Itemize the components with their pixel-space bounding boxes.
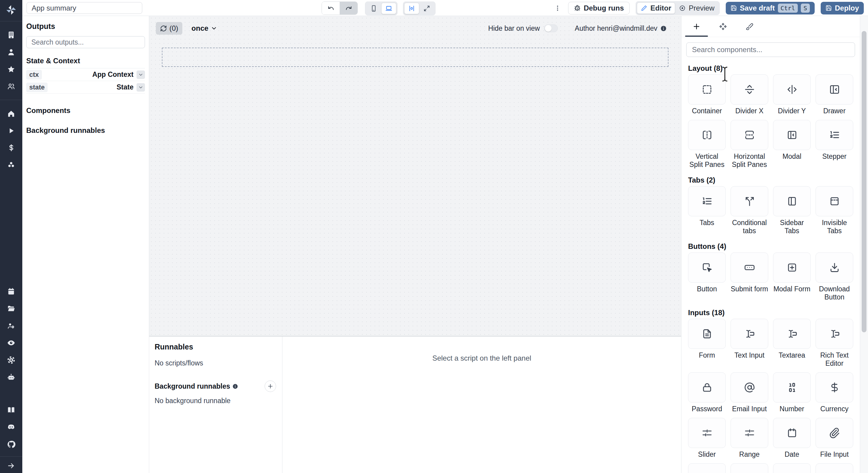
component-card-password[interactable]: Password [688,372,726,413]
ai-icon[interactable] [0,369,22,386]
container-icon [701,84,713,95]
component-card-partial[interactable] [731,463,768,473]
component-card-divider-x[interactable]: Divider X [731,74,768,115]
hide-bar-toggle[interactable] [544,24,558,32]
component-card-date[interactable]: Date [773,418,811,459]
app-canvas[interactable]: (0) once Hide bar on view Author henri@w… [149,16,681,336]
component-card-textarea[interactable]: Textarea [773,319,811,368]
collapse-icon[interactable] [0,459,22,473]
empty-drop-zone[interactable] [162,48,669,67]
editor-tab[interactable]: Editor [637,2,675,14]
component-card-container[interactable]: Container [688,74,726,115]
output-value: App Context [92,70,133,78]
favorites-icon[interactable] [0,61,22,78]
component-card-submit-form[interactable]: Submit form [731,252,768,301]
search-outputs-input[interactable] [26,36,145,48]
component-card-partial[interactable] [773,463,811,473]
resources-icon[interactable] [0,156,22,174]
redo-button[interactable] [340,2,358,14]
component-card-divider-y[interactable]: Divider Y [773,74,811,115]
button-icon [701,262,713,273]
range-icon [744,427,755,439]
component-card-sidebar-tabs[interactable]: Sidebar Tabs [773,186,811,235]
expand-row-button[interactable] [136,70,145,79]
components-scrollbar-track[interactable] [860,16,868,473]
no-background-text: No background runnable [155,397,276,405]
toggle-knob [545,25,552,32]
debug-runs-button[interactable]: Debug runs [568,2,629,14]
component-card-horizontal-split[interactable]: Horizontal Split Panes [731,120,768,169]
user-icon[interactable] [0,43,22,61]
preview-tab[interactable]: Preview [675,2,718,14]
groups-icon[interactable] [0,78,22,95]
component-card-invisible-tabs[interactable]: Invisible Tabs [815,186,853,235]
pencil-icon [641,5,647,11]
refresh-button[interactable]: (0) [156,22,182,35]
search-components-input[interactable] [686,42,855,57]
discord-icon[interactable] [0,418,22,436]
github-icon[interactable] [0,436,22,453]
output-row-state[interactable]: state State [26,81,145,94]
app-summary-input[interactable] [27,2,142,14]
component-card-download-button[interactable]: Download Button [815,252,853,301]
info-icon[interactable] [232,383,238,389]
save-draft-button[interactable]: Save draft Ctrl S [726,2,815,14]
workers-icon[interactable] [0,317,22,334]
component-card-conditional-tabs[interactable]: Conditional tabs [731,186,768,235]
desktop-view-button[interactable] [381,3,396,14]
component-card-file-input[interactable]: File Input [815,418,853,459]
ctrl-key-badge: Ctrl [778,4,798,13]
file-input-icon [829,427,840,439]
output-row-ctx[interactable]: ctx App Context [26,68,145,81]
component-card-number[interactable]: Number [773,372,811,413]
component-card-rich-text[interactable]: Rich Text Editor [815,319,853,368]
background-runnables-heading: Background runnables [26,126,145,135]
folders-icon[interactable] [0,300,22,317]
stepper-icon [829,129,840,141]
undo-button[interactable] [322,2,340,14]
components-scrollbar-thumb[interactable] [862,31,867,332]
component-card-slider[interactable]: Slider [688,418,726,459]
add-background-runnable-button[interactable] [265,380,276,392]
settings-icon[interactable] [0,351,22,369]
component-card-partial[interactable] [815,463,853,473]
windmill-logo[interactable] [5,4,18,16]
component-card-email[interactable]: Email Input [731,372,768,413]
section-heading-buttons: Buttons (4) [688,242,853,251]
component-card-vertical-split[interactable]: Vertical Split Panes [688,120,726,169]
kebab-menu-icon[interactable] [553,5,562,11]
schedules-icon[interactable] [0,283,22,300]
frequency-select[interactable]: once [191,24,217,33]
home-icon[interactable] [0,105,22,122]
component-card-partial[interactable] [688,463,726,473]
runs-icon[interactable] [0,122,22,139]
tab-insert-component[interactable] [683,16,710,37]
expand-canvas-button[interactable] [419,3,434,14]
select-script-hint: Select a script on the left panel [432,354,531,473]
component-card-button[interactable]: Button [688,252,726,301]
divider-x-icon [744,84,755,95]
expand-row-button[interactable] [136,83,145,92]
rich-text-icon [829,328,840,340]
info-icon[interactable] [660,25,667,32]
component-card-modal-form[interactable]: Modal Form [773,252,811,301]
tab-theme-styling[interactable] [736,16,763,37]
variables-icon[interactable] [0,139,22,156]
tab-component-settings[interactable] [710,16,736,37]
password-icon [701,382,713,393]
component-card-range[interactable]: Range [731,418,768,459]
component-card-tabs[interactable]: Tabs [688,186,726,235]
component-card-form[interactable]: Form [688,319,726,368]
component-card-currency[interactable]: Currency [815,372,853,413]
component-card-modal[interactable]: Modal [773,120,811,169]
center-canvas-button[interactable] [404,3,419,14]
workspace-icon[interactable] [0,26,22,43]
component-card-stepper[interactable]: Stepper [815,120,853,169]
audit-logs-icon[interactable] [0,334,22,351]
component-card-text-input[interactable]: Text Input [731,319,768,368]
docs-icon[interactable] [0,401,22,418]
component-card-drawer[interactable]: Drawer [815,74,853,115]
modal-icon [786,129,798,141]
mobile-view-button[interactable] [366,3,381,14]
deploy-button[interactable]: Deploy [821,2,864,14]
